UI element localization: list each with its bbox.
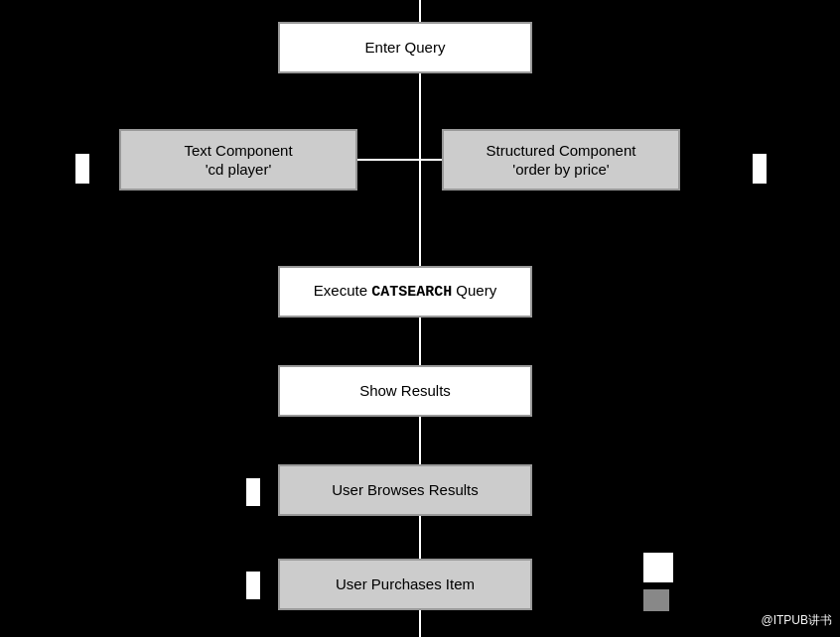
user-purchases-label: User Purchases Item: [336, 574, 475, 594]
diagram-container: Enter Query Text Component'cd player' St…: [0, 0, 840, 637]
structured-component-label: Structured Component'order by price': [487, 141, 636, 180]
execute-catsearch-label: Execute CATSEARCH Query: [314, 281, 496, 303]
show-results-label: Show Results: [359, 381, 451, 401]
enter-query-box: Enter Query: [278, 22, 532, 73]
text-component-label: Text Component'cd player': [184, 141, 292, 180]
left-browses-rect: [246, 478, 260, 506]
center-line: [419, 0, 421, 637]
show-results-box: Show Results: [278, 365, 532, 417]
enter-query-label: Enter Query: [365, 38, 446, 58]
right-purchases-rect-2: [643, 589, 669, 611]
text-component-box: Text Component'cd player': [119, 129, 357, 191]
right-purchases-rect-1: [643, 553, 673, 582]
structured-component-box: Structured Component'order by price': [442, 129, 680, 191]
user-browses-label: User Browses Results: [332, 480, 479, 500]
execute-catsearch-box: Execute CATSEARCH Query: [278, 266, 532, 318]
right-top-rect: [753, 154, 767, 184]
user-purchases-box: User Purchases Item: [278, 559, 532, 610]
left-purchases-rect: [246, 572, 260, 599]
user-browses-box: User Browses Results: [278, 464, 532, 516]
left-top-rect: [75, 154, 89, 184]
watermark: @ITPUB讲书: [761, 612, 832, 629]
